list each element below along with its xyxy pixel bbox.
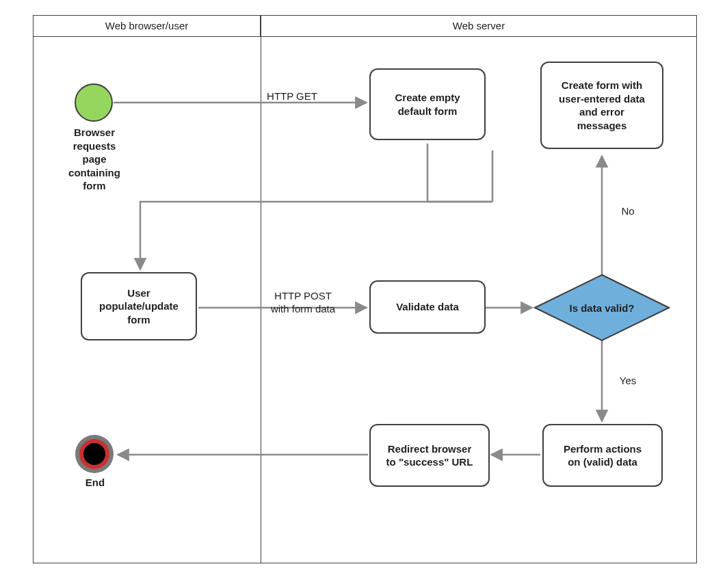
lane-header-browser: Web browser/user (33, 15, 261, 37)
node-perform-actions: Perform actions on (valid) data (542, 424, 663, 487)
start-caption: Browser requests page containing form (64, 126, 125, 193)
edge-label-no: No (614, 205, 642, 218)
decision-is-data-valid: Is data valid? (533, 273, 670, 342)
edge-label-http-get: HTTP GET (261, 90, 323, 103)
decision-label: Is data valid? (569, 302, 634, 314)
node-create-empty-form: Create empty default form (369, 68, 486, 140)
node-create-error-form: Create form with user-entered data and e… (540, 62, 663, 149)
node-user-populate: User populate/update form (81, 272, 197, 340)
end-caption: End (83, 476, 107, 490)
edge-label-http-post: HTTP POST with form data (259, 290, 347, 316)
start-node (75, 83, 113, 122)
lane-header-server: Web server (261, 15, 697, 37)
node-validate-data: Validate data (369, 280, 486, 334)
end-node (75, 435, 114, 473)
edge-label-yes: Yes (614, 375, 642, 388)
node-redirect-success: Redirect browser to "success" URL (369, 424, 490, 487)
